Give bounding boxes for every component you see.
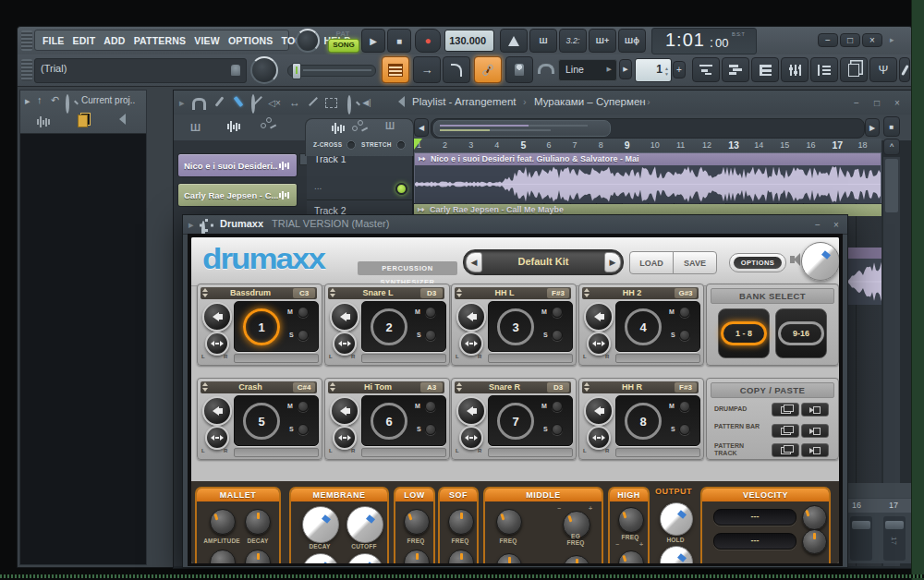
timeline-bar-number[interactable]: 5	[517, 139, 543, 152]
drum-pad[interactable]: Hi Tom A3 L R 6 M S	[324, 378, 450, 460]
fader-cap-16[interactable]	[852, 521, 870, 529]
paint-tool-icon[interactable]	[234, 96, 244, 107]
menu-item[interactable]: VIEW	[194, 35, 220, 46]
pad-pan-knob[interactable]	[333, 426, 357, 450]
pad-screen[interactable]: 4 M S	[615, 301, 700, 352]
playlist-titlebar[interactable]: ▸ ◁× ↔ ◀| Playlist - Arrangement › Мурак…	[174, 91, 911, 115]
drumpad-copy-button[interactable]	[772, 403, 799, 417]
pattern-track-copy-button[interactable]	[772, 443, 799, 457]
timeline-bar-number[interactable]: 3	[466, 139, 492, 152]
loop-recording-button[interactable]: Шϕ	[618, 29, 646, 53]
zcross-toggle[interactable]	[346, 140, 356, 150]
clip-1-header[interactable]: ↦ Nico e i suoi Desideri feat. Giuliano …	[415, 153, 881, 165]
timeline-bar-number[interactable]: 6	[543, 139, 569, 152]
timeline-bar-number[interactable]: 2	[440, 139, 466, 152]
typing-link-button[interactable]	[474, 56, 502, 83]
mixer-fader-16[interactable]	[850, 516, 872, 561]
drum-pad[interactable]: Snare L D3 L R 2 M S	[324, 284, 450, 366]
menu-item[interactable]: ADD	[103, 35, 125, 46]
maximize-button[interactable]: □	[840, 33, 860, 47]
mute-button[interactable]	[679, 401, 690, 412]
record-button[interactable]: ●	[415, 29, 441, 53]
sof-knob-2[interactable]	[448, 550, 474, 563]
toolbar-overflow-arrow[interactable]: ▸	[890, 35, 894, 44]
pad-screen[interactable]: 7 M S	[488, 395, 573, 446]
browser-up-icon[interactable]: ↑	[37, 94, 43, 105]
solo-button[interactable]	[679, 330, 690, 341]
pad-note-badge[interactable]: C#4	[293, 382, 315, 393]
pattern-bar-copy-button[interactable]	[772, 424, 799, 438]
master-volume-knob[interactable]	[296, 29, 320, 53]
clip-fragment[interactable]	[848, 248, 881, 305]
pad-volume-knob[interactable]	[456, 396, 486, 426]
pad-note-badge[interactable]: F#3	[547, 288, 569, 298]
minimize-button[interactable]: −	[818, 33, 838, 47]
mute-button[interactable]	[425, 401, 436, 412]
bank-9-16-button[interactable]: 9-16	[775, 308, 827, 358]
pattern-selector[interactable]: 1 ▲▼	[635, 58, 672, 82]
metronome-pedal-button[interactable]	[505, 56, 533, 83]
h-scroll-thumb[interactable]	[433, 120, 611, 137]
scroll-left-button[interactable]: ◀	[414, 118, 429, 137]
middle-knob-4[interactable]	[563, 555, 590, 563]
browser-refresh-icon[interactable]: ↶	[51, 94, 59, 106]
drum-pad[interactable]: Snare R D3 L R 7 M S	[451, 378, 577, 460]
pad-note-badge[interactable]: D3	[547, 382, 569, 393]
stop-button[interactable]: ■	[387, 29, 411, 53]
metronome-button[interactable]	[500, 29, 528, 53]
mallet-knob-4[interactable]	[245, 550, 271, 563]
membrane-decay-knob[interactable]	[302, 506, 339, 543]
timeline-bar-number[interactable]: 11	[674, 139, 699, 152]
clip-chip-1[interactable]: Nico e i suoi Desideri..	[177, 153, 298, 177]
pad-pan-knob[interactable]	[205, 332, 229, 356]
pat-mode-label[interactable]: PAT	[329, 30, 357, 38]
drumpad-paste-button[interactable]	[801, 403, 829, 417]
solo-button[interactable]	[679, 424, 690, 435]
mixer-track-16[interactable]: 16	[852, 501, 861, 510]
snap-selector[interactable]: Line ▶	[558, 59, 617, 81]
drumaxx-menu-arrow[interactable]: ▸	[188, 219, 194, 231]
menu-item[interactable]: EDIT	[73, 35, 96, 46]
mixer-window-peek[interactable]: 16 17 17	[845, 483, 911, 563]
timeline-bar-number[interactable]: 12	[699, 139, 725, 152]
browser-files-tab-icon[interactable]	[78, 115, 88, 127]
browser-search-icon[interactable]	[66, 94, 69, 114]
velocity-display-2[interactable]: ---	[713, 533, 796, 550]
fader-cap-17[interactable]	[885, 521, 904, 529]
timeline-bar-number[interactable]: 14	[751, 139, 777, 152]
wait-for-input-button[interactable]: Ш	[529, 29, 557, 53]
timeline-bar-number[interactable]: 16	[803, 139, 829, 152]
tools-lamp-button[interactable]	[899, 57, 910, 82]
step-sequencer-view-button[interactable]	[382, 56, 409, 83]
pad-note-badge[interactable]: G#3	[675, 288, 697, 298]
pad-note-badge[interactable]: A3	[420, 382, 443, 393]
song-mode-button[interactable]: SONG	[328, 39, 359, 53]
pad-spinner[interactable]	[456, 288, 464, 298]
mute-button[interactable]	[552, 307, 563, 318]
playhead-marker[interactable]	[414, 139, 422, 150]
middle-knob-3[interactable]	[496, 553, 522, 563]
slip-tool-icon[interactable]: ↔	[286, 95, 303, 110]
output-knob-2[interactable]	[660, 546, 693, 563]
pattern-spinner-icon[interactable]: ▲▼	[664, 66, 669, 77]
track-1-enable-led[interactable]	[395, 183, 407, 195]
timeline-bar-number[interactable]: 4	[492, 139, 517, 152]
stretch-toggle[interactable]	[396, 140, 406, 150]
plugin-picker-button[interactable]	[840, 57, 868, 82]
playlist-minimize[interactable]: −	[848, 95, 865, 110]
scroll-right-button[interactable]: ▶	[865, 118, 880, 137]
browser-audio-tab-icon[interactable]	[37, 116, 50, 127]
pad-note-badge[interactable]: C3	[293, 288, 315, 298]
toolbar-grip-2[interactable]	[21, 59, 32, 81]
next-arrow-button[interactable]: →	[413, 56, 441, 83]
close-button[interactable]: ×	[862, 33, 882, 47]
draw-tool-icon[interactable]	[215, 96, 225, 106]
add-pattern-button[interactable]: +	[673, 61, 686, 79]
browser-tab-title[interactable]: Current proj..	[81, 95, 135, 105]
menu-item[interactable]: PATTERNS	[134, 35, 187, 46]
drum-pad[interactable]: Crash C#4 L R 5 M S	[197, 378, 322, 460]
timeline-bar-number[interactable]: 15	[777, 139, 803, 152]
timeline-bar-number[interactable]: 8	[596, 139, 622, 152]
touch-controller-button[interactable]: Ψ	[869, 57, 897, 82]
drumaxx-minimize[interactable]: −	[809, 217, 826, 232]
